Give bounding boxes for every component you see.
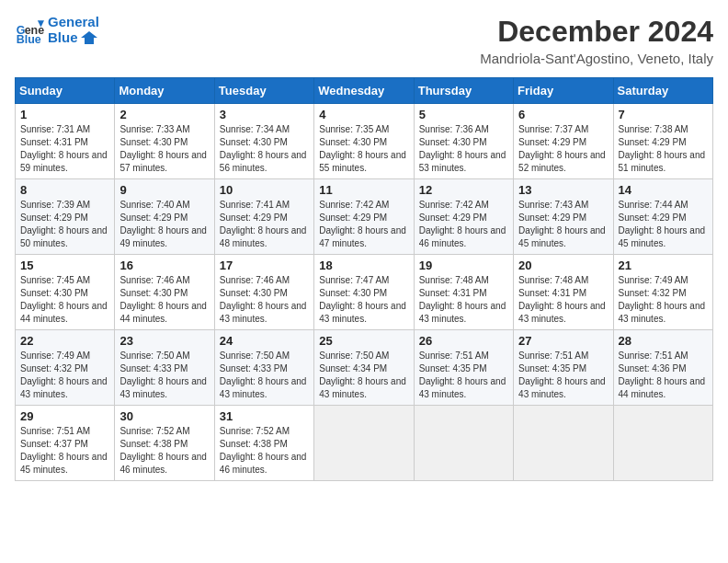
calendar-day-cell: 26 Sunrise: 7:51 AMSunset: 4:35 PMDaylig… bbox=[414, 330, 513, 406]
day-number: 26 bbox=[419, 334, 508, 348]
calendar-day-cell: 4 Sunrise: 7:35 AMSunset: 4:30 PMDayligh… bbox=[314, 104, 414, 179]
calendar-day-cell: 3 Sunrise: 7:34 AMSunset: 4:30 PMDayligh… bbox=[214, 104, 313, 179]
calendar-day-cell bbox=[314, 406, 414, 481]
calendar-day-cell: 24 Sunrise: 7:50 AMSunset: 4:33 PMDaylig… bbox=[214, 330, 313, 406]
calendar-day-cell: 2 Sunrise: 7:33 AMSunset: 4:30 PMDayligh… bbox=[115, 104, 214, 179]
weekday-header-cell: Thursday bbox=[414, 78, 513, 104]
day-info: Sunrise: 7:50 AMSunset: 4:33 PMDaylight:… bbox=[119, 350, 207, 399]
day-info: Sunrise: 7:42 AMSunset: 4:29 PMDaylight:… bbox=[319, 200, 406, 248]
calendar-day-cell: 6 Sunrise: 7:37 AMSunset: 4:29 PMDayligh… bbox=[514, 104, 613, 179]
calendar-subtitle: Mandriola-Sant'Agostino, Veneto, Italy bbox=[480, 51, 713, 66]
calendar-table: SundayMondayTuesdayWednesdayThursdayFrid… bbox=[15, 77, 713, 481]
calendar-day-cell: 23 Sunrise: 7:50 AMSunset: 4:33 PMDaylig… bbox=[115, 330, 214, 406]
day-info: Sunrise: 7:52 AMSunset: 4:38 PMDaylight:… bbox=[119, 426, 207, 475]
day-info: Sunrise: 7:46 AMSunset: 4:30 PMDaylight:… bbox=[220, 275, 307, 324]
day-number: 13 bbox=[518, 183, 608, 197]
calendar-week-row: 22 Sunrise: 7:49 AMSunset: 4:32 PMDaylig… bbox=[16, 330, 713, 406]
logo-blue: Blue bbox=[48, 30, 99, 46]
title-section: December 2024 Mandriola-Sant'Agostino, V… bbox=[480, 15, 713, 66]
svg-text:Blue: Blue bbox=[17, 33, 41, 45]
day-number: 2 bbox=[119, 108, 209, 121]
calendar-day-cell: 12 Sunrise: 7:42 AMSunset: 4:29 PMDaylig… bbox=[414, 179, 513, 255]
day-info: Sunrise: 7:38 AMSunset: 4:29 PMDaylight:… bbox=[619, 124, 706, 173]
weekday-header-cell: Sunday bbox=[16, 78, 115, 104]
calendar-day-cell: 25 Sunrise: 7:50 AMSunset: 4:34 PMDaylig… bbox=[314, 330, 414, 406]
day-number: 12 bbox=[419, 183, 508, 197]
day-info: Sunrise: 7:42 AMSunset: 4:29 PMDaylight:… bbox=[419, 200, 506, 248]
logo: G eneral Blue General Blue bbox=[15, 15, 99, 45]
calendar-day-cell: 29 Sunrise: 7:51 AMSunset: 4:37 PMDaylig… bbox=[16, 406, 115, 481]
day-number: 4 bbox=[319, 108, 408, 121]
calendar-day-cell: 28 Sunrise: 7:51 AMSunset: 4:36 PMDaylig… bbox=[613, 330, 712, 406]
day-info: Sunrise: 7:49 AMSunset: 4:32 PMDaylight:… bbox=[619, 275, 706, 324]
calendar-body: 1 Sunrise: 7:31 AMSunset: 4:31 PMDayligh… bbox=[16, 104, 713, 481]
day-info: Sunrise: 7:48 AMSunset: 4:31 PMDaylight:… bbox=[518, 275, 606, 324]
day-info: Sunrise: 7:31 AMSunset: 4:31 PMDaylight:… bbox=[20, 124, 108, 173]
day-info: Sunrise: 7:49 AMSunset: 4:32 PMDaylight:… bbox=[20, 350, 108, 399]
calendar-day-cell bbox=[414, 406, 513, 481]
calendar-day-cell: 7 Sunrise: 7:38 AMSunset: 4:29 PMDayligh… bbox=[613, 104, 712, 179]
day-number: 1 bbox=[20, 108, 109, 121]
weekday-header-cell: Tuesday bbox=[214, 78, 313, 104]
calendar-week-row: 29 Sunrise: 7:51 AMSunset: 4:37 PMDaylig… bbox=[16, 406, 713, 481]
weekday-header-cell: Wednesday bbox=[314, 78, 414, 104]
day-info: Sunrise: 7:52 AMSunset: 4:38 PMDaylight:… bbox=[220, 426, 307, 475]
weekday-header-cell: Friday bbox=[514, 78, 613, 104]
day-number: 19 bbox=[419, 259, 508, 272]
day-number: 20 bbox=[518, 259, 608, 272]
day-info: Sunrise: 7:51 AMSunset: 4:37 PMDaylight:… bbox=[20, 426, 108, 475]
day-info: Sunrise: 7:33 AMSunset: 4:30 PMDaylight:… bbox=[119, 124, 207, 173]
day-info: Sunrise: 7:51 AMSunset: 4:36 PMDaylight:… bbox=[619, 350, 706, 399]
calendar-day-cell: 10 Sunrise: 7:41 AMSunset: 4:29 PMDaylig… bbox=[214, 179, 313, 255]
day-number: 21 bbox=[619, 259, 708, 272]
day-number: 18 bbox=[319, 259, 408, 272]
day-number: 9 bbox=[119, 183, 209, 197]
calendar-day-cell bbox=[514, 406, 613, 481]
calendar-day-cell: 30 Sunrise: 7:52 AMSunset: 4:38 PMDaylig… bbox=[115, 406, 214, 481]
calendar-day-cell: 27 Sunrise: 7:51 AMSunset: 4:35 PMDaylig… bbox=[514, 330, 613, 406]
day-number: 31 bbox=[220, 409, 309, 423]
page-header: G eneral Blue General Blue December 2024… bbox=[15, 15, 713, 66]
day-number: 11 bbox=[319, 183, 408, 197]
calendar-day-cell: 1 Sunrise: 7:31 AMSunset: 4:31 PMDayligh… bbox=[16, 104, 115, 179]
calendar-day-cell: 20 Sunrise: 7:48 AMSunset: 4:31 PMDaylig… bbox=[514, 255, 613, 330]
day-number: 7 bbox=[619, 108, 708, 121]
day-info: Sunrise: 7:40 AMSunset: 4:29 PMDaylight:… bbox=[119, 200, 207, 248]
day-number: 23 bbox=[119, 334, 209, 348]
day-number: 29 bbox=[20, 409, 109, 423]
day-info: Sunrise: 7:36 AMSunset: 4:30 PMDaylight:… bbox=[419, 124, 506, 173]
day-info: Sunrise: 7:51 AMSunset: 4:35 PMDaylight:… bbox=[419, 350, 506, 399]
calendar-day-cell: 21 Sunrise: 7:49 AMSunset: 4:32 PMDaylig… bbox=[613, 255, 712, 330]
day-number: 3 bbox=[220, 108, 309, 121]
weekday-header-row: SundayMondayTuesdayWednesdayThursdayFrid… bbox=[16, 78, 713, 104]
day-info: Sunrise: 7:43 AMSunset: 4:29 PMDaylight:… bbox=[518, 200, 606, 248]
calendar-day-cell: 17 Sunrise: 7:46 AMSunset: 4:30 PMDaylig… bbox=[214, 255, 313, 330]
day-info: Sunrise: 7:41 AMSunset: 4:29 PMDaylight:… bbox=[220, 200, 307, 248]
day-number: 10 bbox=[220, 183, 309, 197]
day-info: Sunrise: 7:47 AMSunset: 4:30 PMDaylight:… bbox=[319, 275, 406, 324]
day-number: 16 bbox=[119, 259, 209, 272]
calendar-week-row: 8 Sunrise: 7:39 AMSunset: 4:29 PMDayligh… bbox=[16, 179, 713, 255]
day-number: 15 bbox=[20, 259, 109, 272]
calendar-day-cell: 16 Sunrise: 7:46 AMSunset: 4:30 PMDaylig… bbox=[115, 255, 214, 330]
day-info: Sunrise: 7:37 AMSunset: 4:29 PMDaylight:… bbox=[518, 124, 606, 173]
logo-bird-icon bbox=[81, 31, 97, 44]
day-number: 28 bbox=[619, 334, 708, 348]
day-number: 27 bbox=[518, 334, 608, 348]
day-number: 17 bbox=[220, 259, 309, 272]
calendar-day-cell: 31 Sunrise: 7:52 AMSunset: 4:38 PMDaylig… bbox=[214, 406, 313, 481]
day-info: Sunrise: 7:46 AMSunset: 4:30 PMDaylight:… bbox=[119, 275, 207, 324]
day-info: Sunrise: 7:50 AMSunset: 4:34 PMDaylight:… bbox=[319, 350, 406, 399]
calendar-day-cell: 5 Sunrise: 7:36 AMSunset: 4:30 PMDayligh… bbox=[414, 104, 513, 179]
logo-general: General bbox=[48, 15, 99, 30]
svg-marker-4 bbox=[81, 31, 97, 44]
day-number: 24 bbox=[220, 334, 309, 348]
day-number: 22 bbox=[20, 334, 109, 348]
day-info: Sunrise: 7:51 AMSunset: 4:35 PMDaylight:… bbox=[518, 350, 606, 399]
day-number: 6 bbox=[518, 108, 608, 121]
day-info: Sunrise: 7:35 AMSunset: 4:30 PMDaylight:… bbox=[319, 124, 406, 173]
logo-icon: G eneral Blue bbox=[15, 16, 44, 45]
day-info: Sunrise: 7:45 AMSunset: 4:30 PMDaylight:… bbox=[20, 275, 108, 324]
calendar-day-cell: 13 Sunrise: 7:43 AMSunset: 4:29 PMDaylig… bbox=[514, 179, 613, 255]
calendar-day-cell: 14 Sunrise: 7:44 AMSunset: 4:29 PMDaylig… bbox=[613, 179, 712, 255]
